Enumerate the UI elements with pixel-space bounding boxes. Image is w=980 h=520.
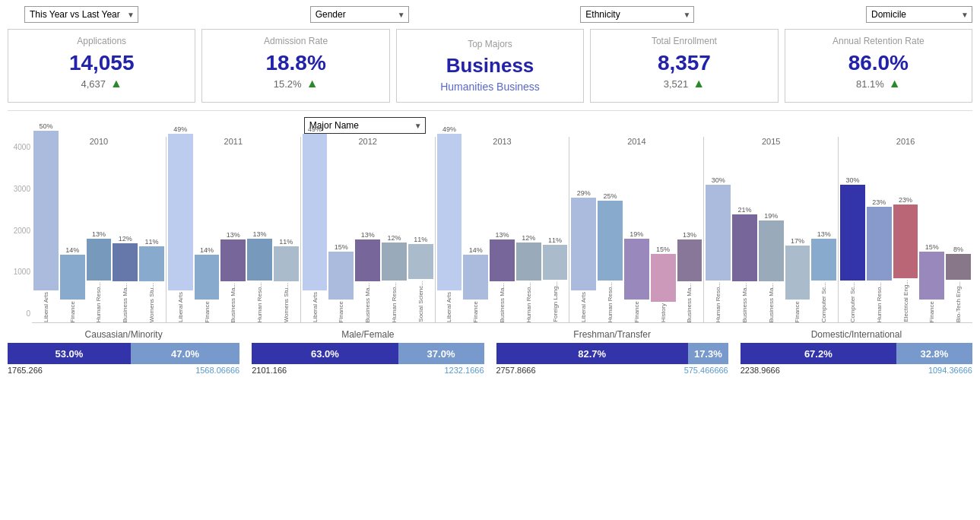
bar-name: Electrical Eng... <box>902 280 909 322</box>
bar-item: 15%Finance <box>919 243 944 322</box>
ethnicity-select[interactable]: Ethnicity Caucasian Minority <box>585 9 641 20</box>
years-chart: 201050%Liberal Arts14%Finance13%Human Re… <box>32 137 972 323</box>
bar-fill <box>946 254 971 280</box>
kpi-retention-rate: Annual Retention Rate 86.0% 81.1% ▲ <box>785 29 972 103</box>
bar-pct: 13% <box>683 231 696 239</box>
bar-fill <box>355 239 380 281</box>
enrollment-arrow-icon: ▲ <box>693 77 705 90</box>
bar-pct: 11% <box>279 238 293 246</box>
bar-item: 21%Business Ma... <box>732 206 757 322</box>
domicile-select[interactable]: Domicile Domestic International <box>871 9 934 20</box>
trends-header: Major Name Department College ▼ <box>0 111 980 137</box>
bar-fill <box>867 207 892 281</box>
bar-item: 19%Business Ma... <box>759 212 784 322</box>
bar-fill <box>706 185 731 281</box>
retention-arrow-icon: ▲ <box>889 77 901 90</box>
bar-fill <box>113 243 138 281</box>
bar-item: 15%Finance <box>328 243 354 322</box>
bar-name: Liberal Arts <box>177 292 184 322</box>
bar-item: 14%Finance <box>60 246 85 322</box>
bar-name: Liberal Arts <box>43 292 49 322</box>
bar-name: Finance <box>69 301 76 322</box>
bottom-group-1: Male/Female63.0%37.0%2101.1661232.1666 <box>252 329 484 375</box>
bar-pct: 50% <box>39 122 52 130</box>
bar-item: 13%Business Ma... <box>490 231 515 322</box>
bottom-vals-3: 2238.96661094.36666 <box>741 366 972 375</box>
bottom-seg2-1: 37.0% <box>398 343 484 364</box>
bar-item: 11%Womens Stu... <box>274 238 299 322</box>
bar-fill <box>220 239 246 281</box>
bar-item: 12%Human Reso... <box>382 234 407 322</box>
bar-item: 49%Liberal Arts <box>437 125 462 322</box>
bar-name: Computer Sc... <box>849 282 856 322</box>
bar-pct: 11% <box>144 238 158 246</box>
time-select[interactable]: This Year vs Last Year This Year Last Ye… <box>30 9 133 20</box>
bar-name: Foreign Lang... <box>552 281 559 322</box>
y-label-2000: 2000 <box>8 227 30 235</box>
bar-pct: 13% <box>817 230 831 238</box>
year-group-2010: 201050%Liberal Arts14%Finance13%Human Re… <box>32 137 167 322</box>
bar-fill <box>811 239 836 281</box>
bar-name: Bio-Tech Eng... <box>955 281 962 322</box>
bottom-val1-3: 2238.9666 <box>741 366 780 375</box>
gender-dropdown-arrow: ▼ <box>398 11 405 19</box>
bar-name: Womens Stu... <box>283 283 290 322</box>
bar-fill <box>893 205 918 278</box>
bar-item: 50%Liberal Arts <box>33 122 59 322</box>
bar-pct: 49% <box>308 125 322 133</box>
bar-fill <box>195 255 220 300</box>
bar-item: 30%Computer Sc... <box>840 176 865 322</box>
bottom-vals-1: 2101.1661232.1666 <box>252 366 484 375</box>
bar-pct: 14% <box>200 246 214 254</box>
bar-fill <box>87 239 112 281</box>
kpi-retention-label: Annual Retention Rate <box>794 36 963 46</box>
ethnicity-dropdown-arrow: ▼ <box>683 11 690 19</box>
kpi-admission-sub: 15.2% ▲ <box>211 77 379 90</box>
bottom-label-1: Male/Female <box>252 329 484 340</box>
time-dropdown[interactable]: This Year vs Last Year This Year Last Ye… <box>24 6 138 23</box>
bar-name: Business Ma... <box>686 283 693 322</box>
kpi-applications-sub-val: 4,637 <box>81 78 106 90</box>
bar-pct: 13% <box>253 230 267 238</box>
bar-name: History <box>660 303 667 322</box>
bar-item: 13%Business Ma... <box>355 231 380 322</box>
bar-item: 13%Business Ma... <box>220 231 246 322</box>
bottom-val2-0: 1568.06666 <box>195 366 239 375</box>
bar-item: 13%Business Ma... <box>677 231 702 322</box>
bottom-val1-2: 2757.8666 <box>496 366 536 375</box>
y-label-1000: 1000 <box>8 268 30 276</box>
bar-pct: 21% <box>737 206 751 214</box>
bar-name: Business Ma... <box>364 283 371 322</box>
ethnicity-dropdown[interactable]: Ethnicity Caucasian Minority ▼ <box>580 6 694 23</box>
kpi-admission-rate: Admission Rate 18.8% 15.2% ▲ <box>201 29 389 103</box>
bar-name: Business Ma... <box>122 283 128 322</box>
bar-name: Finance <box>633 301 640 322</box>
bar-fill <box>274 246 299 281</box>
kpi-enrollment-main: 8,357 <box>600 51 768 75</box>
bottom-section: Causasian/Minority53.0%47.0%1765.2661568… <box>0 323 980 381</box>
bar-name: Human Reso... <box>876 282 883 322</box>
gender-dropdown[interactable]: Gender Male Female ▼ <box>310 6 409 23</box>
domicile-dropdown[interactable]: Domicile Domestic International ▼ <box>866 6 972 23</box>
bar-fill <box>463 255 488 300</box>
gender-select[interactable]: Gender Male Female <box>316 9 359 20</box>
bar-pct: 19% <box>764 212 778 220</box>
kpi-total-enrollment: Total Enrollment 8,357 3,521 ▲ <box>590 29 778 103</box>
bar-pct: 11% <box>414 236 427 243</box>
bar-name: Liberal Arts <box>580 292 587 322</box>
bar-item: 8%Bio-Tech Eng... <box>946 246 971 322</box>
bar-name: Social Scienc... <box>417 281 424 322</box>
bar-name: Womens Stu... <box>148 283 155 322</box>
bottom-val1-1: 2101.166 <box>252 366 287 375</box>
bottom-label-0: Causasian/Minority <box>8 329 239 340</box>
bar-fill <box>785 246 810 300</box>
bar-item: 25%Human Reso... <box>598 192 623 322</box>
year-group-2012: 201249%Liberal Arts15%Finance13%Business… <box>301 137 436 322</box>
domicile-dropdown-arrow: ▼ <box>961 11 969 19</box>
bars-row-2010: 50%Liberal Arts14%Finance13%Human Reso..… <box>33 147 164 322</box>
year-label-2016: 2016 <box>840 137 971 146</box>
bar-pct: 17% <box>791 237 804 245</box>
bar-pct: 15% <box>656 246 670 253</box>
bar-name: Human Reso... <box>391 282 398 322</box>
bottom-bar-1: 63.0%37.0% <box>252 343 484 364</box>
